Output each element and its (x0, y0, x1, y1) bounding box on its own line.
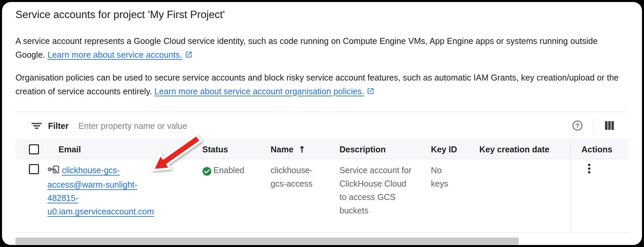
more-vert-icon (588, 163, 591, 175)
actions-cell (570, 159, 629, 232)
key-creation-date-cell (478, 159, 570, 232)
open-in-new-icon[interactable] (185, 49, 193, 62)
description-cell: Service account for ClickHouse Cloud to … (338, 159, 430, 232)
service-account-key-icon (47, 164, 60, 178)
page-title: Service accounts for project 'My First P… (15, 7, 629, 22)
table-row: clickhouse-gcs-access@warm-sunlight-4828… (15, 159, 629, 233)
horizontal-scrollbar-thumb[interactable] (15, 238, 519, 245)
intro-paragraph: A service account represents a Google Cl… (15, 34, 629, 62)
filter-input[interactable] (78, 121, 570, 131)
learn-more-org-policies-link[interactable]: Learn more about service account organis… (154, 87, 364, 96)
filter-bar: Filter ? (15, 112, 629, 140)
row-actions-button[interactable] (582, 162, 597, 177)
column-header-key-creation-date[interactable]: Key creation date (478, 140, 570, 159)
row-select-cell (15, 159, 47, 232)
org-policy-paragraph: Organisation policies can be used to sec… (15, 71, 629, 99)
page-card: Service accounts for project 'My First P… (2, 2, 642, 245)
column-header-status[interactable]: Status (201, 140, 269, 159)
row-checkbox[interactable] (29, 164, 39, 174)
svg-text:?: ? (576, 122, 579, 129)
status-cell: Enabled (201, 159, 269, 232)
column-header-actions: Actions (570, 140, 629, 159)
email-cell: clickhouse-gcs-access@warm-sunlight-4828… (47, 159, 162, 232)
select-all-checkbox[interactable] (29, 144, 39, 154)
table-header-row: Email Status Name↑ Description Key ID Ke… (15, 140, 629, 159)
key-id-cell: No keys (430, 159, 478, 232)
service-account-email-link[interactable]: clickhouse-gcs-access@warm-sunlight-4828… (47, 165, 154, 216)
column-header-description[interactable]: Description (338, 140, 430, 159)
column-header-key-id[interactable]: Key ID (430, 140, 478, 159)
column-display-options-button[interactable] (602, 118, 617, 134)
vertical-divider (593, 119, 594, 133)
column-display-icon (604, 120, 615, 132)
sort-ascending-icon: ↑ (298, 144, 306, 155)
status-enabled-check-icon (202, 166, 211, 180)
column-header-name[interactable]: Name↑ (269, 140, 338, 159)
help-button[interactable]: ? (570, 118, 585, 134)
open-in-new-icon[interactable] (367, 85, 374, 99)
filter-icon (31, 121, 42, 131)
help-circle-icon: ? (572, 120, 583, 132)
status-text: Enabled (213, 163, 244, 177)
filter-label: Filter (48, 121, 69, 131)
column-header-email[interactable]: Email (47, 140, 201, 159)
page-content: Service accounts for project 'My First P… (2, 2, 642, 99)
horizontal-scrollbar-track (2, 238, 642, 245)
select-all-cell (15, 140, 47, 159)
learn-more-service-accounts-link[interactable]: Learn more about service accounts. (47, 50, 182, 59)
service-accounts-table: Filter ? (15, 112, 629, 233)
name-cell: clickhouse-gcs-access (269, 159, 338, 232)
filter-bar-actions: ? (570, 118, 629, 134)
